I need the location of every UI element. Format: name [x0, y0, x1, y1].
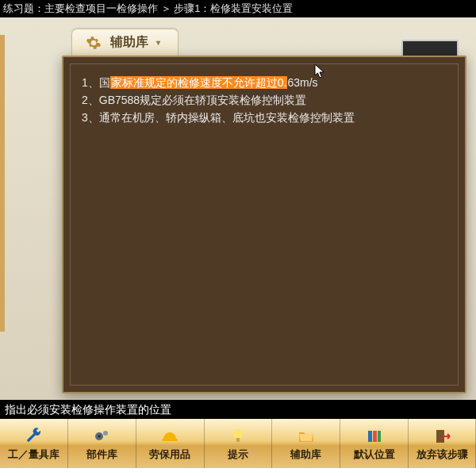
panel-line-2: 2、GB7588规定必须在轿顶安装检修控制装置 — [82, 91, 447, 109]
tool-tools-lib[interactable]: 工／量具库 — [0, 419, 67, 468]
svg-rect-8 — [378, 431, 381, 442]
tool-assist-lib[interactable]: 辅助库 — [271, 419, 340, 468]
panel-line-3: 3、通常在机房、轿内操纵箱、底坑也安装检修控制装置 — [82, 109, 447, 126]
tool-abandon-label: 放弃该步骤 — [416, 447, 468, 462]
tool-default-pos[interactable]: 默认位置 — [340, 419, 408, 468]
panel-line-1: 1、国家标准规定的检修速度不允许超过0.63m/s — [82, 74, 447, 91]
panel-line-2-pre: 2、GB7588规定必须在轿顶安装检修控制装置 — [82, 94, 306, 106]
tool-parts-lib[interactable]: 部件库 — [67, 419, 136, 468]
breadcrumb: 练习题：主要检查项目一检修操作 ＞ 步骤1：检修装置安装位置 — [0, 0, 476, 17]
app-root: 练习题：主要检查项目一检修操作 ＞ 步骤1：检修装置安装位置 辅助库 ▾ 1、国… — [0, 0, 476, 476]
panel-line-1-post: 63m/s — [287, 76, 317, 89]
panel-line-3-pre: 3、通常在机房、轿内操纵箱、底坑也安装检修控制装置 — [82, 111, 355, 124]
assist-panel-text[interactable]: 1、国家标准规定的检修速度不允许超过0.63m/s 2、GB7588规定必须在轿… — [71, 64, 458, 136]
exit-icon — [431, 426, 455, 447]
svg-point-4 — [233, 429, 243, 439]
assist-library-tab[interactable]: 辅助库 ▾ — [71, 29, 178, 56]
assist-panel: 1、国家标准规定的检修速度不允许超过0.63m/s 2、GB7588规定必须在轿… — [62, 56, 466, 393]
tool-tools-lib-label: 工／量具库 — [8, 447, 60, 462]
breadcrumb-text: 练习题：主要检查项目一检修操作 ＞ 步骤1：检修装置安装位置 — [3, 2, 293, 14]
instruction-text: 指出必须安装检修操作装置的位置 — [5, 403, 171, 416]
panel-line-1-selection: 家标准规定的检修速度不允许超过0. — [110, 76, 288, 89]
tool-default-pos-label: 默认位置 — [354, 447, 395, 462]
bulb-icon — [226, 426, 250, 447]
svg-rect-6 — [368, 431, 372, 442]
tool-parts-lib-label: 部件库 — [86, 447, 117, 462]
wrench-icon — [21, 426, 45, 447]
svg-rect-7 — [373, 431, 377, 442]
svg-rect-3 — [162, 439, 178, 441]
tool-abandon[interactable]: 放弃该步骤 — [408, 419, 476, 468]
panel-line-1-pre: 1、国 — [82, 76, 110, 89]
assist-library-tab-label: 辅助库 — [110, 34, 148, 51]
folder-icon — [294, 426, 318, 447]
svg-point-2 — [103, 431, 108, 436]
helmet-icon — [158, 426, 182, 447]
tool-ppe-label: 劳保用品 — [149, 447, 190, 462]
left-edge-strip — [0, 35, 5, 332]
tool-hint[interactable]: 提示 — [204, 419, 272, 468]
chevron-down-icon: ▾ — [156, 38, 160, 47]
bottom-toolbar: 工／量具库 部件库 劳保用品 提示 辅助库 — [0, 419, 476, 468]
books-icon — [363, 426, 386, 447]
bottom-gap — [0, 468, 476, 476]
svg-point-1 — [98, 435, 101, 438]
stage: 辅助库 ▾ 1、国家标准规定的检修速度不允许超过0.63m/s 2、GB7588… — [0, 17, 476, 400]
gear-icon — [82, 33, 106, 53]
tool-hint-label: 提示 — [228, 447, 248, 462]
svg-rect-9 — [436, 430, 444, 443]
tool-assist-lib-label: 辅助库 — [290, 447, 321, 462]
monitor-frame — [401, 40, 459, 57]
gears-icon — [90, 426, 113, 447]
instruction-bar: 指出必须安装检修操作装置的位置 — [0, 400, 476, 419]
svg-rect-5 — [236, 438, 240, 442]
assist-panel-inner: 1、国家标准规定的检修速度不允许超过0.63m/s 2、GB7588规定必须在轿… — [70, 63, 459, 386]
tool-ppe[interactable]: 劳保用品 — [136, 419, 204, 468]
